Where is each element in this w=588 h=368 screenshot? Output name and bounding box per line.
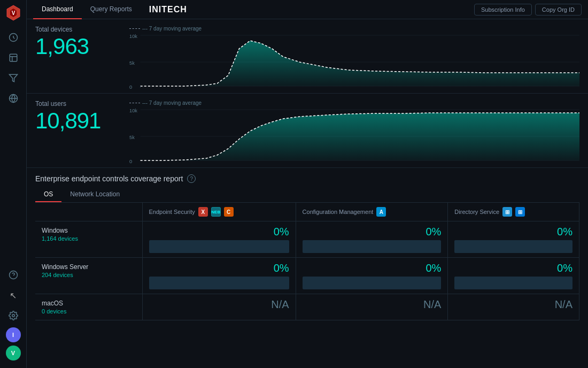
svg-text:February: February (568, 165, 579, 166)
winserver-config-bar (296, 277, 448, 294)
coverage-tab-network[interactable]: Network Location (61, 187, 128, 202)
coverage-title-text: Enterprise endpoint controls coverage re… (35, 174, 183, 183)
total-devices-value: 1,963 (35, 35, 121, 58)
top-nav: Dashboard Query Reports INITECH Subscrip… (27, 0, 588, 19)
svg-text:January: January (539, 165, 555, 166)
azure-icon: A (376, 207, 386, 217)
directory-macos: N/A (448, 294, 579, 320)
windows-config-bar (296, 240, 448, 257)
sidebar-item-filter[interactable] (5, 70, 22, 87)
coverage-title: Enterprise endpoint controls coverage re… (35, 174, 579, 183)
svg-text:10k: 10k (129, 108, 137, 113)
subscription-info-button[interactable]: Subscription Info (474, 4, 532, 16)
table-row: Windows Server 204 devices 0% 0% (35, 258, 579, 294)
sidebar-item-globe[interactable] (5, 90, 22, 107)
sidebar: V ↖ (0, 0, 27, 368)
svg-text:August: August (274, 165, 288, 166)
winserver-dir-pct: 0% (448, 258, 579, 277)
os-name-macos: macOS (42, 300, 136, 307)
tab-dashboard[interactable]: Dashboard (33, 0, 82, 19)
os-devices-winserver: 204 devices (42, 272, 136, 278)
svg-text:February: February (568, 90, 579, 91)
svg-point-12 (12, 315, 14, 317)
windows-dir-bar (448, 240, 579, 257)
os-cell-macos: macOS 0 devices (35, 294, 142, 320)
svg-marker-7 (9, 74, 17, 82)
win-icon: ⊞ (515, 207, 525, 217)
devices-moving-avg-label: --- 7 day moving average (129, 26, 579, 32)
cs-icon: C (224, 207, 234, 217)
total-users-section: Total users 10,891 --- 7 day moving aver… (27, 94, 588, 168)
macos-dir-na: N/A (448, 294, 579, 313)
coverage-tabs: OS Network Location (35, 187, 579, 203)
os-name-windows: Windows (42, 227, 136, 234)
windows-endpoint-bar (143, 240, 296, 257)
coverage-tab-os[interactable]: OS (35, 187, 61, 202)
ad-icon: ⊞ (502, 207, 512, 217)
table-row: Windows 1,164 devices 0% 0% (35, 221, 579, 258)
directory-label: Directory Service (454, 209, 499, 215)
svg-text:October: October (399, 165, 414, 166)
col-header-endpoint-security: Endpoint Security X NEB C (142, 203, 296, 221)
windows-config-pct: 0% (296, 221, 448, 240)
svg-text:December: December (501, 165, 521, 166)
sidebar-item-dashboard[interactable] (5, 29, 22, 46)
svg-text:November: November (458, 90, 478, 91)
svg-text:January: January (539, 90, 555, 91)
svg-text:5k: 5k (129, 60, 135, 66)
sidebar-item-reports[interactable] (5, 49, 22, 66)
svg-text:5k: 5k (129, 135, 135, 140)
os-cell-winserver: Windows Server 204 devices (35, 258, 142, 294)
svg-text:0: 0 (129, 85, 132, 90)
winserver-endpoint-pct: 0% (143, 258, 296, 277)
endpoint-security-macos: N/A (142, 294, 296, 320)
endpoint-security-windows: 0% (142, 221, 296, 258)
sidebar-item-settings[interactable] (5, 307, 22, 324)
os-devices-windows: 1,164 devices (42, 235, 136, 242)
config-mgmt-winserver: 0% (296, 258, 448, 294)
total-devices-section: Total devices 1,963 --- 7 day moving ave… (27, 19, 588, 94)
coverage-section: Enterprise endpoint controls coverage re… (27, 168, 588, 327)
svg-rect-4 (10, 54, 17, 62)
svg-text:September: September (332, 165, 354, 166)
svg-text:0: 0 (129, 159, 132, 164)
sidebar-item-help[interactable] (5, 266, 22, 283)
total-devices-label: Total devices (35, 26, 121, 33)
svg-text:October: October (399, 90, 414, 91)
users-chart-area: --- 7 day moving average 10k 5k 0 (129, 100, 579, 167)
config-mgmt-macos: N/A (296, 294, 448, 320)
svg-text:December: December (501, 90, 521, 91)
svg-text:10k: 10k (129, 34, 137, 39)
svg-text:November: November (458, 165, 478, 166)
brand-name: INITECH (141, 5, 196, 14)
avatar-v[interactable]: V (6, 346, 21, 361)
directory-winserver: 0% (448, 258, 579, 294)
cursor-indicator: ↖ (5, 287, 22, 304)
app-logo[interactable]: V (5, 4, 22, 21)
col-header-directory: Directory Service ⊞ ⊞ (448, 203, 579, 221)
coverage-help-icon[interactable]: ? (187, 174, 196, 183)
devices-chart-area: --- 7 day moving average 10k 5k 0 (129, 26, 579, 93)
winserver-endpoint-bar (143, 277, 296, 294)
macos-endpoint-na: N/A (143, 294, 296, 313)
config-mgmt-windows: 0% (296, 221, 448, 258)
winserver-config-pct: 0% (296, 258, 448, 277)
config-mgmt-label: Configuration Management (303, 209, 374, 215)
tab-query-reports[interactable]: Query Reports (82, 0, 141, 19)
svg-text:September: September (332, 90, 354, 91)
devices-chart-svg: 10k 5k 0 (129, 33, 579, 91)
endpoint-security-winserver: 0% (142, 258, 296, 294)
users-chart-svg: 10k 5k 0 (129, 107, 579, 166)
col-header-os (35, 203, 142, 221)
xm-icon: X (198, 207, 208, 217)
col-header-config-mgmt: Configuration Management A (296, 203, 448, 221)
svg-text:August: August (274, 90, 288, 91)
table-row: macOS 0 devices N/A N/A N/A (35, 294, 579, 320)
users-moving-avg-label: --- 7 day moving average (129, 100, 579, 106)
neb-icon: NEB (211, 207, 221, 217)
content-area: Total devices 1,963 --- 7 day moving ave… (27, 19, 588, 368)
endpoint-security-label: Endpoint Security (149, 209, 195, 215)
avatar-i[interactable]: I (6, 327, 21, 342)
copy-org-id-button[interactable]: Copy Org ID (535, 4, 582, 16)
winserver-dir-bar (448, 277, 579, 294)
